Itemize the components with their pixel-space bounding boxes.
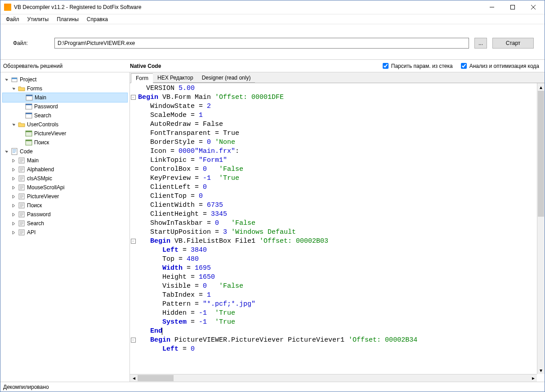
expand-icon[interactable] xyxy=(18,113,23,118)
expand-icon[interactable] xyxy=(11,221,16,226)
svg-rect-16 xyxy=(12,148,17,155)
tree-code[interactable]: Code xyxy=(2,147,128,156)
tree-label: Project xyxy=(20,75,36,84)
vertical-scrollbar[interactable]: ▴ ▾ xyxy=(537,83,545,374)
menubar: Файл Утилиты Плагины Справка xyxy=(0,14,545,24)
menu-utilities[interactable]: Утилиты xyxy=(24,15,53,23)
start-button[interactable]: Старт xyxy=(492,38,534,49)
expand-icon[interactable] xyxy=(18,104,23,109)
expand-icon[interactable] xyxy=(11,122,16,127)
tree-label: Main xyxy=(27,156,39,165)
tree-code-item[interactable]: Alphablend xyxy=(2,165,128,174)
tree-code-item[interactable]: clsASMpic xyxy=(2,174,128,183)
close-button[interactable] xyxy=(523,0,544,14)
checkbox-optimize-input[interactable] xyxy=(461,63,467,69)
menu-file[interactable]: Файл xyxy=(2,15,23,23)
scroll-down-icon[interactable]: ▾ xyxy=(537,366,545,374)
editor-tabs: Form HEX Редактор Designer (read only) xyxy=(130,72,545,83)
scroll-up-icon[interactable]: ▴ xyxy=(537,83,545,91)
tree-label: Password xyxy=(27,210,51,219)
tree-form-main[interactable]: Main xyxy=(2,93,128,102)
tree-label: Password xyxy=(34,102,58,111)
tab-hex[interactable]: HEX Редактор xyxy=(153,73,198,83)
tree-icon xyxy=(18,166,25,173)
maximize-button[interactable] xyxy=(502,0,523,14)
menu-help[interactable]: Справка xyxy=(83,15,112,23)
tree-icon xyxy=(18,121,25,128)
tree-icon xyxy=(11,76,18,83)
statusbar: Декомпилировано xyxy=(0,382,545,392)
code-editor[interactable]: VERSION 5.00Begin VB.Form Main 'Offset: … xyxy=(136,83,545,382)
tree-forms[interactable]: Forms xyxy=(2,84,128,93)
expand-icon[interactable] xyxy=(11,203,16,208)
tree-icon xyxy=(26,94,33,101)
minimize-button[interactable] xyxy=(482,0,502,14)
editor-area[interactable]: −−− VERSION 5.00Begin VB.Form Main 'Offs… xyxy=(130,83,545,382)
tree-label: Forms xyxy=(27,84,42,93)
checkbox-parse-params-input[interactable] xyxy=(383,63,389,69)
tree-form-search[interactable]: Search xyxy=(2,111,128,120)
tree-code-item[interactable]: PictureViever xyxy=(2,192,128,201)
tree-code-item[interactable]: Password xyxy=(2,210,128,219)
app-icon xyxy=(4,4,11,11)
tree-code-item[interactable]: Main xyxy=(2,156,128,165)
tree-uc-item[interactable]: Поиск xyxy=(2,138,128,147)
expand-icon[interactable] xyxy=(18,131,23,136)
tab-designer[interactable]: Designer (read only) xyxy=(197,73,255,83)
tree-uc-item[interactable]: PictureViever xyxy=(2,129,128,138)
checkbox-parse-params[interactable]: Парсить парам. из стека xyxy=(383,63,453,69)
native-code-label: Native Code xyxy=(130,63,375,69)
expand-icon[interactable] xyxy=(4,149,9,154)
tree-project[interactable]: Project xyxy=(2,75,128,84)
expand-icon[interactable] xyxy=(11,176,16,181)
tree-icon xyxy=(18,184,25,191)
tree-code-item[interactable]: API xyxy=(2,228,128,237)
hscroll-thumb[interactable] xyxy=(138,375,174,381)
svg-rect-1 xyxy=(511,5,515,9)
file-path-input[interactable] xyxy=(54,38,469,49)
solutions-label: Обозреватель решений xyxy=(2,63,130,69)
expand-icon[interactable] xyxy=(18,140,23,145)
tab-form[interactable]: Form xyxy=(131,73,153,83)
tree-icon xyxy=(18,229,25,236)
menu-plugins[interactable]: Плагины xyxy=(53,15,82,23)
tree-label: Search xyxy=(34,111,51,120)
solution-explorer[interactable]: ProjectFormsMainPasswordSearchUserContro… xyxy=(0,72,130,382)
scroll-right-icon[interactable]: ▸ xyxy=(529,374,537,382)
tree-code-item[interactable]: Поиск xyxy=(2,201,128,210)
expand-icon[interactable] xyxy=(11,185,16,190)
expand-icon[interactable] xyxy=(11,86,16,91)
tree-label: clsASMpic xyxy=(27,174,52,183)
tree-label: PictureViever xyxy=(27,192,59,201)
tree-icon xyxy=(18,157,25,164)
tree-icon xyxy=(11,148,18,155)
tree-form-password[interactable]: Password xyxy=(2,102,128,111)
expand-icon[interactable] xyxy=(11,212,16,217)
svg-rect-9 xyxy=(26,104,32,105)
vscroll-thumb[interactable] xyxy=(538,91,544,217)
tree-icon xyxy=(25,130,32,137)
scroll-left-icon[interactable]: ◂ xyxy=(130,374,138,382)
expand-icon[interactable] xyxy=(11,167,16,172)
horizontal-scrollbar[interactable]: ◂ ▸ xyxy=(130,374,537,382)
expand-icon[interactable] xyxy=(11,158,16,163)
tree-label: Поиск xyxy=(27,201,42,210)
expand-icon[interactable] xyxy=(4,77,9,82)
expand-icon[interactable] xyxy=(19,95,24,100)
checkbox-optimize[interactable]: Анализ и оптимизация кода xyxy=(461,63,539,69)
tree-icon xyxy=(18,211,25,218)
tree-usercontrols[interactable]: UserControls xyxy=(2,120,128,129)
tree-code-item[interactable]: MouseScrollApi xyxy=(2,183,128,192)
tree-icon xyxy=(18,220,25,227)
tree-icon xyxy=(18,202,25,209)
file-label: Файл: xyxy=(13,40,49,46)
tree-label: PictureViever xyxy=(34,129,66,138)
expand-icon[interactable] xyxy=(11,194,16,199)
svg-rect-13 xyxy=(26,131,32,132)
tree-code-item[interactable]: Search xyxy=(2,219,128,228)
expand-icon[interactable] xyxy=(11,230,16,235)
svg-rect-5 xyxy=(12,78,17,79)
tree-icon xyxy=(25,112,32,119)
tree-label: UserControls xyxy=(27,120,58,129)
browse-button[interactable]: ... xyxy=(474,38,487,49)
